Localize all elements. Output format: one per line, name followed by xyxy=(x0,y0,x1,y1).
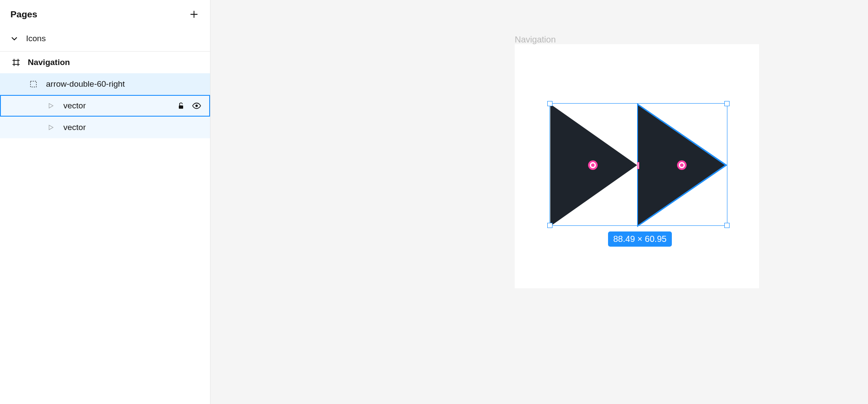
vector-icon xyxy=(45,100,56,111)
snap-indicator-icon xyxy=(637,162,639,169)
layers-panel: Pages Icons Navigation arrow-double-60-r… xyxy=(0,0,210,404)
layer-label: arrow-double-60-right xyxy=(46,79,125,89)
canvas-frame-label[interactable]: Navigation xyxy=(515,35,556,45)
page-row-icons[interactable]: Icons xyxy=(0,29,210,51)
anchor-point-icon[interactable] xyxy=(677,160,687,170)
layer-group-arrow-double[interactable]: arrow-double-60-right xyxy=(0,73,210,95)
page-name-label: Icons xyxy=(26,34,46,43)
svg-rect-0 xyxy=(30,81,36,87)
frame-icon xyxy=(10,57,22,68)
layer-row-actions xyxy=(176,101,201,111)
vector-icon xyxy=(45,122,56,133)
layer-vector-2[interactable]: vector xyxy=(0,117,210,138)
canvas[interactable]: Navigation 88.49 × 60.95 xyxy=(210,0,868,404)
layer-frame-navigation[interactable]: Navigation xyxy=(0,52,210,73)
unlock-button[interactable] xyxy=(176,101,186,111)
layer-label: Navigation xyxy=(28,58,70,67)
anchor-point-icon[interactable] xyxy=(588,160,598,170)
dimension-badge: 88.49 × 60.95 xyxy=(608,231,672,247)
check-icon xyxy=(10,35,18,42)
visibility-button[interactable] xyxy=(192,101,201,111)
pages-header: Pages xyxy=(0,0,210,29)
layer-vector-1[interactable]: vector xyxy=(0,95,210,117)
add-page-button[interactable] xyxy=(188,9,200,20)
svg-point-2 xyxy=(195,104,198,107)
plus-icon xyxy=(189,10,199,19)
layer-label: vector xyxy=(63,123,86,132)
svg-rect-1 xyxy=(179,105,183,109)
pages-header-label: Pages xyxy=(10,9,37,20)
layer-label: vector xyxy=(63,101,86,111)
group-icon xyxy=(28,78,39,90)
